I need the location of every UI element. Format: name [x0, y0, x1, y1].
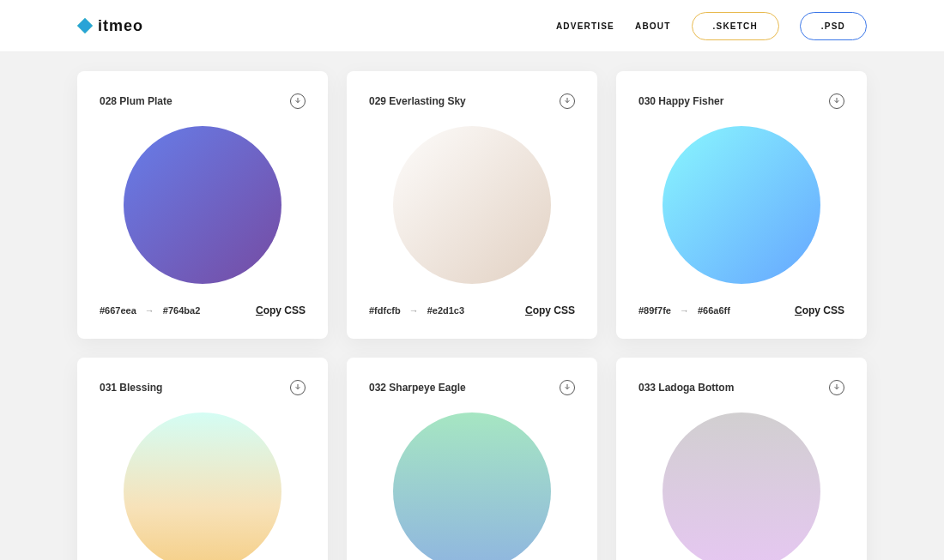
color-codes: #89f7fe → #66a6ff	[638, 305, 730, 316]
arrow-icon: →	[409, 305, 419, 316]
download-icon	[833, 98, 840, 105]
color-codes: #667eea → #764ba2	[100, 305, 200, 316]
logo-icon	[77, 18, 93, 33]
download-button[interactable]	[560, 380, 575, 395]
card-title: 031 Blessing	[100, 382, 162, 394]
card-title: 032 Sharpeye Eagle	[369, 382, 466, 394]
card-title: 029 Everlasting Sky	[369, 95, 466, 107]
download-sketch-button[interactable]: .SKETCH	[692, 12, 779, 40]
gradient-grid: 028 Plum Plate #667eea → #764ba2 Copy CS…	[0, 52, 944, 560]
copy-css-button[interactable]: Copy CSS	[795, 304, 844, 316]
site-header: itmeo ADVERTISE ABOUT .SKETCH .PSD	[0, 0, 944, 52]
gradient-swatch	[124, 126, 281, 284]
color-to: #66a6ff	[698, 305, 730, 316]
color-from: #667eea	[100, 305, 136, 316]
gradient-swatch	[393, 126, 551, 284]
download-icon	[294, 384, 301, 391]
download-button[interactable]	[290, 93, 306, 109]
color-from: #fdfcfb	[369, 305, 401, 316]
gradient-card-030: 030 Happy Fisher #89f7fe → #66a6ff Copy …	[616, 71, 867, 339]
brand-logo[interactable]: itmeo	[77, 17, 143, 35]
card-title: 033 Ladoga Bottom	[638, 382, 734, 394]
nav-about[interactable]: ABOUT	[635, 21, 671, 31]
color-to: #764ba2	[163, 305, 200, 316]
download-icon	[564, 384, 571, 391]
svg-marker-1	[77, 18, 93, 33]
gradient-card-032: 032 Sharpeye Eagle	[347, 358, 597, 560]
download-button[interactable]	[290, 380, 306, 395]
gradient-swatch	[124, 412, 281, 560]
download-icon	[564, 98, 571, 105]
card-title: 028 Plum Plate	[100, 95, 172, 107]
download-button[interactable]	[829, 93, 844, 109]
color-to: #e2d1c3	[427, 305, 464, 316]
gradient-swatch	[663, 412, 820, 560]
card-title: 030 Happy Fisher	[638, 95, 723, 107]
download-icon	[294, 98, 301, 105]
download-button[interactable]	[560, 93, 575, 109]
arrow-icon: →	[145, 305, 154, 316]
gradient-card-031: 031 Blessing	[77, 358, 328, 560]
copy-css-button[interactable]: Copy CSS	[256, 304, 306, 316]
color-codes: #fdfcfb → #e2d1c3	[369, 305, 464, 316]
brand-name: itmeo	[98, 17, 143, 35]
nav-advertise[interactable]: ADVERTISE	[556, 21, 614, 31]
gradient-card-033: 033 Ladoga Bottom	[616, 358, 867, 560]
copy-css-button[interactable]: Copy CSS	[525, 304, 575, 316]
gradient-swatch	[393, 412, 551, 560]
gradient-card-028: 028 Plum Plate #667eea → #764ba2 Copy CS…	[77, 71, 328, 339]
primary-nav: ADVERTISE ABOUT .SKETCH .PSD	[556, 12, 867, 40]
arrow-icon: →	[680, 305, 689, 316]
download-icon	[833, 384, 840, 391]
gradient-swatch	[663, 126, 820, 284]
color-from: #89f7fe	[638, 305, 671, 316]
gradient-card-029: 029 Everlasting Sky #fdfcfb → #e2d1c3 Co…	[347, 71, 597, 339]
download-button[interactable]	[829, 380, 844, 395]
download-psd-button[interactable]: .PSD	[800, 12, 867, 40]
